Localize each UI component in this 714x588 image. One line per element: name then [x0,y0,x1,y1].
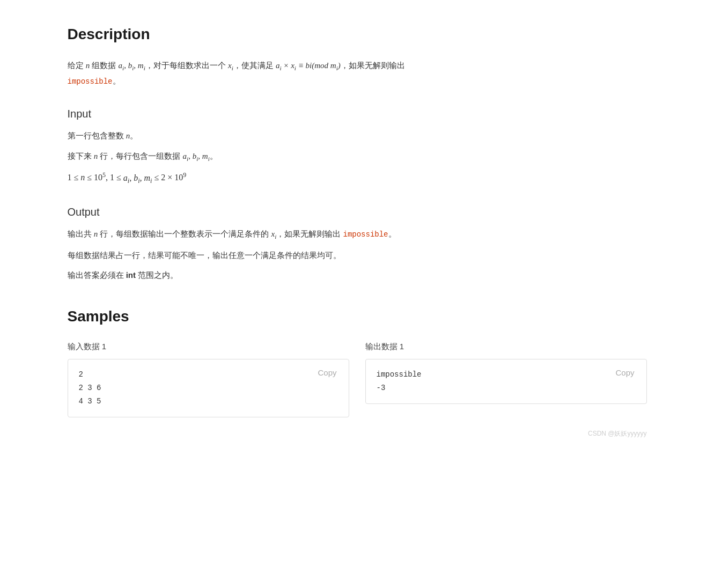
constraints: 1 ≤ n ≤ 105, 1 ≤ ai, bi, mi ≤ 2 × 109 [68,170,647,187]
sample1-output-box: Copy impossible -3 [365,359,647,404]
var-n-input: n [126,131,130,140]
description-paragraph: 给定 n 组数据 ai, bi, mi，对于每组数求出一个 xi，使其满足 ai… [68,58,647,89]
sample1-output-label: 输出数据 1 [365,340,647,354]
sample1-input-content: 2 2 3 6 4 3 5 [79,368,338,409]
sample1-copy-button[interactable]: Copy [314,367,340,378]
sample1-output-copy-button[interactable]: Copy [612,367,637,378]
var-n: n [86,61,90,70]
output-line1: 输出共 n 行，每组数据输出一个整数表示一个满足条件的 xi，如果无解则输出 i… [68,226,647,242]
var-ai-bi-mi-2: ai, bi, mi [183,152,210,160]
var-xi-output: xi [271,230,277,238]
input-line1: 第一行包含整数 n。 [68,128,647,143]
sample1-input-label: 输入数据 1 [68,340,349,354]
int-keyword: int [126,270,136,280]
var-n-input2: n [94,152,98,160]
equation: ai × xi ≡ bi(mod mi) [276,61,341,70]
var-xi: xi [228,61,233,70]
sample1-input-container: 输入数据 1 Copy 2 2 3 6 4 3 5 [68,340,349,417]
sample1-output-container: 输出数据 1 Copy impossible -3 [365,340,647,417]
output-title: Output [68,203,647,221]
var-n-output: n [94,230,98,238]
samples-section: Samples 输入数据 1 Copy 2 2 3 6 4 3 5 输出数据 1… [68,304,647,418]
input-line2: 接下来 n 行，每行包含一组数据 ai, bi, mi。 [68,149,647,164]
page-container: Description 给定 n 组数据 ai, bi, mi，对于每组数求出一… [35,0,679,472]
impossible-text-output: impossible [343,230,388,239]
output-line2: 每组数据结果占一行，结果可能不唯一，输出任意一个满足条件的结果均可。 [68,248,647,262]
footer-watermark: CSDN @妖妖yyyyyy [68,428,647,439]
samples-grid: 输入数据 1 Copy 2 2 3 6 4 3 5 输出数据 1 Copy im… [68,340,647,417]
description-title: Description [68,21,647,47]
impossible-text-desc: impossible [68,77,113,86]
input-title: Input [68,105,647,123]
sample1-output-content: impossible -3 [377,368,636,395]
samples-title: Samples [68,304,647,329]
output-line3: 输出答案必须在 int 范围之内。 [68,268,647,282]
var-ai-bi-mi: ai, bi, mi [119,61,145,70]
sample1-input-box: Copy 2 2 3 6 4 3 5 [68,359,349,418]
